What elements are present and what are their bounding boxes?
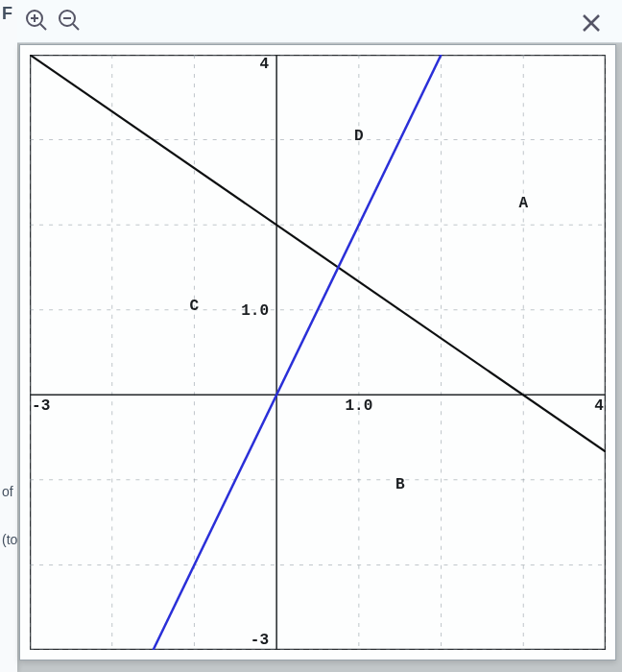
svg-line-26 <box>30 55 606 452</box>
x-tick-label: 4 <box>594 397 604 415</box>
svg-line-27 <box>154 55 442 650</box>
svg-line-1 <box>40 24 46 30</box>
y-tick-label: 1.0 <box>241 302 269 320</box>
y-tick-label: -3 <box>251 632 269 649</box>
region-label-b: B <box>395 476 405 493</box>
chart-panel: 1.04-31.04-3ABCD <box>19 44 616 660</box>
x-tick-label: -3 <box>32 397 50 415</box>
side-label-of: of <box>2 484 13 499</box>
x-tick-label: 1.0 <box>345 397 372 415</box>
region-label-a: A <box>518 195 528 212</box>
region-label-d: D <box>354 128 364 145</box>
page-left-strip: F of (to <box>0 0 17 672</box>
chart-plot: 1.04-31.04-3ABCD <box>30 55 606 650</box>
svg-rect-9 <box>31 56 606 650</box>
side-label-f: F <box>2 4 12 24</box>
y-tick-label: 4 <box>259 56 269 73</box>
region-label-c: C <box>190 298 200 315</box>
side-label-to: (to <box>2 532 17 547</box>
zoom-in-icon[interactable] <box>23 7 50 34</box>
toolbar <box>17 0 622 43</box>
svg-line-5 <box>73 24 79 30</box>
zoom-out-icon[interactable] <box>56 7 83 34</box>
close-icon[interactable] <box>578 10 605 36</box>
